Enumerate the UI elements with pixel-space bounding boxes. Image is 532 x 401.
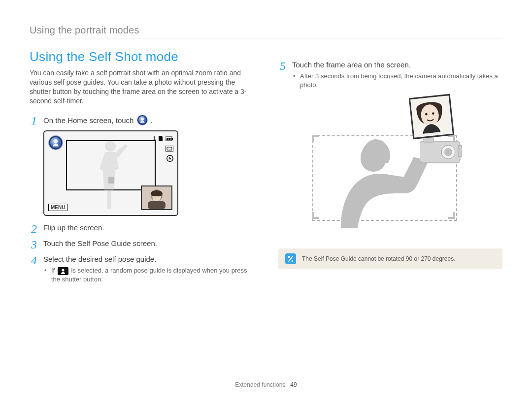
shots-count: 1 [153,136,156,141]
step-number: 5 [278,60,287,72]
sub-after: is selected, a random pose guide is disp… [51,267,247,283]
content-columns: Using the Self Shot mode You can easily … [30,49,502,287]
right-column: 5 Touch the frame area on the screen. Af… [278,49,502,287]
svg-rect-19 [148,201,166,209]
svg-rect-9 [172,138,173,140]
pose-silhouette-icon [89,138,133,214]
camera-icon [420,137,462,165]
svg-rect-27 [424,137,433,142]
step-text-after: . [151,116,153,124]
svg-point-2 [141,117,144,120]
svg-rect-10 [166,138,168,140]
memory-card-icon [158,134,164,143]
footer-page: 49 [290,381,297,388]
note-text: The Self Pose Guide cannot be rotated 90… [302,255,456,262]
self-shot-illustration [309,96,472,224]
svg-point-6 [105,141,116,152]
self-shot-mode-icon [48,135,63,152]
lcd-illustration: 1 MENU [43,130,178,216]
step-5: 5 Touch the frame area on the screen. Af… [278,60,502,89]
step-body: On the Home screen, touch . [43,115,254,125]
step-number: 2 [30,223,38,235]
svg-rect-7 [108,177,114,184]
random-pose-icon [58,267,68,275]
step-3: 3 Touch the Self Pose Guide screen. [30,239,254,250]
step-2: 2 Flip up the screen. [30,223,254,235]
step-1: 1 On the Home screen, touch . [30,115,254,126]
page-footer: Extended functions 49 [0,381,532,388]
svg-rect-13 [166,146,173,152]
menu-button: MENU [48,204,67,211]
step-number: 1 [30,115,38,126]
step-text: Flip up the screen. [43,223,254,233]
svg-point-26 [444,148,452,156]
self-shot-mode-icon [137,115,148,125]
battery-icon [166,134,173,143]
step-text: On the Home screen, touch [43,116,136,124]
sub-before: If [51,267,57,274]
picture-in-picture [141,185,172,210]
left-column: Using the Self Shot mode You can easily … [30,49,254,287]
page-title: Using the Self Shot mode [30,49,254,64]
svg-point-21 [62,269,64,271]
status-icons: 1 [153,134,173,163]
footer-chapter: Extended functions [235,381,285,388]
svg-rect-11 [168,138,170,140]
section-header: Using the portrait modes [30,25,502,36]
step-text: Touch the frame area on the screen. [292,61,411,69]
svg-rect-32 [288,256,290,258]
step-number: 3 [30,239,38,250]
svg-rect-33 [292,260,293,262]
divider [30,38,502,38]
info-note: The Self Pose Guide cannot be rotated 90… [278,248,502,269]
manual-page: Using the portrait modes Using the Self … [0,0,532,401]
step-sub: If is selected, a random pose guide is d… [44,266,254,284]
flash-off-icon [166,155,173,163]
flipped-screen [408,94,454,139]
step-body: Select the desired self pose guide. If i… [43,254,254,284]
step-text: Select the desired self pose guide. [43,255,156,263]
step-text: Touch the Self Pose Guide screen. [43,239,254,248]
svg-point-5 [54,139,58,143]
aspect-ratio-icon [166,145,173,153]
step-number: 4 [30,254,38,266]
svg-rect-12 [170,138,171,140]
step-body: Touch the frame area on the screen. Afte… [292,60,502,89]
svg-rect-14 [167,147,172,150]
info-icon [285,253,296,264]
step-4: 4 Select the desired self pose guide. If… [30,254,254,284]
step-sub: After 3 seconds from being focused, the … [293,72,502,89]
svg-rect-24 [458,145,462,157]
intro-text: You can easily take a self portrait shot… [30,68,254,106]
